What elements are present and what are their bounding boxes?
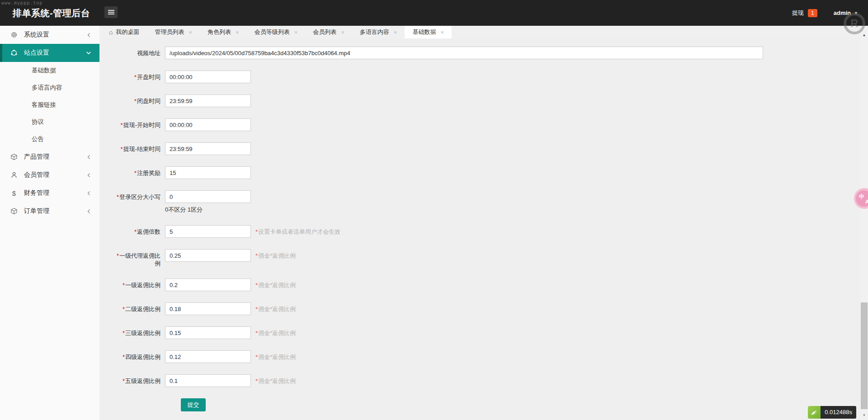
hamburger-icon	[108, 9, 114, 15]
tab-label: 会员列表	[313, 28, 336, 36]
withdraw-start-time-input[interactable]	[165, 118, 251, 131]
field-label: *四级返佣比例	[115, 350, 160, 361]
field-hint-text: *佣金*返佣比例	[255, 302, 296, 313]
sidebar-item-label: 公告	[32, 135, 99, 143]
sidebar-item-system-settings[interactable]: 系统设置	[0, 26, 99, 44]
sidebar-item-customer-service-link[interactable]: 客服链接	[0, 96, 99, 113]
close-time-input[interactable]	[165, 94, 251, 107]
required-asterisk: *	[123, 354, 125, 360]
field-label: *二级返佣比例	[115, 302, 160, 313]
required-asterisk: *	[121, 146, 123, 152]
sidebar-item-agreement[interactable]: 协议	[0, 113, 99, 131]
field-hint-text: *佣金*返佣比例	[255, 326, 296, 337]
field-label: *返佣倍数	[115, 225, 160, 236]
tab-member-list[interactable]: 会员列表×	[305, 26, 352, 38]
required-asterisk: *	[134, 98, 137, 104]
chevron-left-icon	[87, 173, 91, 178]
open-time-input[interactable]	[165, 71, 251, 83]
chevron-left-icon	[87, 209, 91, 214]
sidebar-item-finance-management[interactable]: $财务管理	[0, 184, 99, 202]
thinkphp-leaf-icon[interactable]	[808, 406, 821, 419]
withdraw-count-badge: 1	[808, 9, 817, 17]
close-icon[interactable]: ×	[394, 29, 397, 36]
submit-button[interactable]: 提交	[181, 398, 206, 411]
field-hint-text: *佣金*返佣比例	[255, 374, 296, 385]
field-label: *登录区分大小写	[115, 190, 160, 201]
tab-member-level-list[interactable]: 会员等级列表×	[247, 26, 306, 38]
level1-rebate-ratio-input[interactable]	[165, 278, 251, 291]
sidebar-item-order-management[interactable]: 订单管理	[0, 202, 99, 220]
form-row-agent-level1-rebate-ratio: *一级代理返佣比例*佣金*返佣比例	[115, 249, 860, 267]
sidebar-item-basic-data[interactable]: 基础数据	[0, 62, 99, 79]
sidebar: 系统设置站点设置基础数据多语言内容客服链接协议公告产品管理会员管理$财务管理订单…	[0, 26, 99, 420]
video-url-input[interactable]	[165, 47, 763, 59]
top-header: www.myppp.top 排单系统-管理后台 提现 1 admin ▼	[0, 0, 868, 26]
sidebar-item-label: 订单管理	[24, 207, 87, 215]
form-row-level3-rebate-ratio: *三级返佣比例*佣金*返佣比例	[115, 326, 860, 339]
sidebar-item-label: 基础数据	[32, 66, 99, 75]
sidebar-item-announcement[interactable]: 公告	[0, 131, 99, 148]
basic-data-form: 视频地址*开盘时间*闭盘时间*提现-开始时间*提现-结束时间*注册奖励*登录区分…	[99, 38, 860, 411]
cube-icon	[10, 208, 18, 215]
field-label: *一级返佣比例	[115, 278, 160, 289]
required-asterisk: *	[134, 170, 137, 176]
agent-level1-rebate-ratio-input[interactable]	[165, 249, 251, 262]
close-icon[interactable]: ×	[341, 29, 344, 36]
sidebar-item-product-management[interactable]: 产品管理	[0, 148, 99, 166]
sidebar-item-label: 系统设置	[24, 31, 87, 39]
withdraw-label: 提现	[792, 9, 804, 17]
field-label: *开盘时间	[115, 71, 160, 81]
exec-time-label: 0.012488s	[821, 406, 856, 419]
register-reward-input[interactable]	[165, 166, 251, 179]
form-row-level5-rebate-ratio: *五级返佣比例*佣金*返佣比例	[115, 374, 860, 387]
tab-role-list[interactable]: 角色列表×	[200, 26, 247, 38]
chevron-left-icon	[87, 33, 91, 38]
gear-icon	[10, 31, 18, 38]
login-case-sensitive-input[interactable]	[165, 190, 251, 203]
level3-rebate-ratio-input[interactable]	[165, 326, 251, 339]
form-row-rebate-multiplier: *返佣倍数*设置卡单或者连单用户才会生效	[115, 225, 860, 238]
scroll-up-icon[interactable]: ▲	[860, 33, 868, 37]
dollar-icon: $	[10, 189, 18, 197]
cube-icon	[10, 153, 18, 160]
vertical-scrollbar[interactable]: ▲ ▼	[860, 26, 868, 420]
sidebar-item-label: 协议	[32, 118, 99, 126]
close-icon[interactable]: ×	[440, 29, 444, 36]
withdraw-link[interactable]: 提现 1	[792, 9, 817, 17]
level5-rebate-ratio-input[interactable]	[165, 374, 251, 387]
translate-icon: 中 A	[856, 190, 868, 207]
field-label: *提现-结束时间	[115, 142, 160, 153]
tab-multilang-content[interactable]: 多语言内容×	[352, 26, 405, 38]
sidebar-item-label: 财务管理	[24, 189, 87, 197]
required-asterisk: *	[134, 74, 137, 80]
sidebar-toggle-button[interactable]	[104, 6, 118, 18]
close-icon[interactable]: ×	[189, 29, 192, 36]
required-asterisk: *	[121, 122, 123, 128]
required-asterisk: *	[117, 252, 119, 259]
close-icon[interactable]: ×	[294, 29, 298, 36]
sidebar-item-multilang-content[interactable]: 多语言内容	[0, 79, 99, 96]
sidebar-item-label: 客服链接	[32, 101, 99, 109]
level4-rebate-ratio-input[interactable]	[165, 350, 251, 363]
sidebar-item-member-management[interactable]: 会员管理	[0, 166, 99, 184]
field-label: *提现-开始时间	[115, 118, 160, 129]
level2-rebate-ratio-input[interactable]	[165, 302, 251, 315]
sidebar-item-label: 站点设置	[24, 49, 86, 57]
tab-label: 我的桌面	[116, 28, 139, 36]
required-asterisk: *	[117, 193, 119, 200]
user-menu[interactable]: admin ▼	[834, 9, 858, 16]
scrollbar-thumb[interactable]	[861, 302, 868, 409]
sidebar-item-label: 多语言内容	[32, 84, 99, 92]
tab-basic-data[interactable]: 基础数据×	[405, 26, 452, 38]
tab-admin-list[interactable]: 管理员列表×	[147, 26, 200, 38]
close-icon[interactable]: ×	[236, 29, 239, 36]
scroll-down-icon[interactable]: ▼	[860, 413, 868, 417]
withdraw-end-time-input[interactable]	[165, 142, 251, 155]
chevron-left-icon	[87, 191, 91, 196]
tab-label: 角色列表	[208, 28, 231, 36]
required-asterisk: *	[123, 330, 125, 336]
tab-label: 多语言内容	[360, 28, 389, 36]
tab-my-desktop[interactable]: ⌂我的桌面	[101, 26, 147, 38]
sidebar-item-site-settings[interactable]: 站点设置	[0, 44, 99, 62]
rebate-multiplier-input[interactable]	[165, 225, 251, 238]
